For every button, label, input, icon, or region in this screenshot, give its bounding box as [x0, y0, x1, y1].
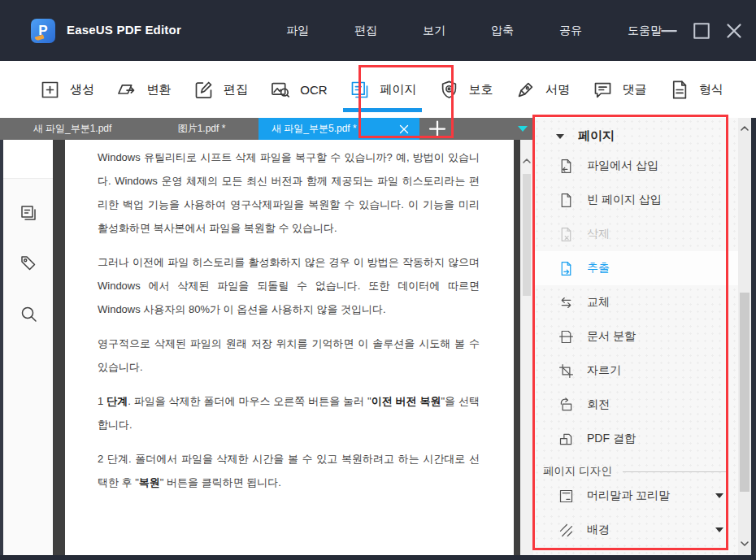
document-scrollbar[interactable]: [520, 140, 533, 555]
document-paragraph: 그러나 이전에 파일 히스토리를 활성화하지 않은 경우 이 방법은 작동하지 …: [98, 250, 480, 321]
bottom-bar: [0, 555, 756, 560]
document-paragraph: 영구적으로 삭제된 파일의 원래 저장 위치를 기억하면 이 솔루션을 시도해 …: [98, 332, 480, 379]
chevron-up-icon[interactable]: [520, 154, 533, 167]
panel-scrollbar[interactable]: [738, 118, 751, 555]
plus-icon[interactable]: [419, 118, 455, 140]
panel-item-header-footer[interactable]: 머리말과 꼬리말: [533, 479, 738, 513]
menubar: 파일 편집 보기 압축 공유 도움말: [286, 0, 662, 61]
panel-item-split[interactable]: 문서 분할: [533, 319, 738, 354]
menu-item-share[interactable]: 공유: [559, 24, 582, 38]
document-scrollbar-thumb[interactable]: [523, 174, 531, 296]
page-design-section-header: 페이지 디자인: [543, 464, 727, 479]
menu-item-file[interactable]: 파일: [286, 24, 309, 38]
toolbar-button-convert[interactable]: 변환: [115, 61, 171, 118]
main-toolbar: 생성 변환 편집 OCR 페이지 보호 서명 댓글 형식: [0, 61, 756, 118]
panel-item-merge-pdf[interactable]: PDF 결합: [533, 422, 738, 456]
panel-title: 페이지: [578, 128, 615, 144]
toolbar-button-sign[interactable]: 서명: [515, 61, 570, 118]
close-icon: [722, 19, 746, 43]
plus-square-icon: [39, 79, 61, 101]
rotate-icon: [558, 397, 575, 414]
insert-blank-page-icon: [558, 192, 575, 209]
tab-image1[interactable]: 图片1.pdf *: [145, 118, 259, 140]
document-paragraph: Windows 유틸리티로 시프트 삭제 파일을 복구할 수 있습니까? 예, …: [98, 145, 480, 240]
panel-item-background[interactable]: 배경: [533, 513, 738, 547]
toolbar-button-create[interactable]: 생성: [39, 61, 94, 118]
page-thumbnails-icon[interactable]: [19, 203, 38, 223]
panel-item-extract[interactable]: 추출: [533, 251, 738, 285]
close-icon[interactable]: [397, 122, 411, 137]
chevron-down-icon[interactable]: [738, 537, 751, 550]
maximize-icon: [689, 19, 714, 43]
panel-header: 페이지: [533, 118, 738, 145]
insert-from-file-icon: [558, 158, 575, 175]
active-tab-underline: [343, 108, 422, 112]
toolbar-button-ocr[interactable]: OCR: [269, 61, 327, 118]
panel-scrollbar-thumb[interactable]: [740, 293, 749, 492]
logo-letter: P: [38, 23, 47, 39]
menu-item-compress[interactable]: 압축: [491, 24, 514, 38]
chevron-up-icon[interactable]: [738, 122, 751, 135]
panel-item-delete[interactable]: 삭제: [533, 217, 738, 251]
document-tabbar: 새 파일_부분1.pdf 图片1.pdf * 새 파일_부분5.pdf *: [0, 118, 533, 140]
panel-item-crop[interactable]: 자르기: [533, 354, 738, 388]
app-window: P EaseUS PDF Editor 파일 편집 보기 압축 공유 도움말 생…: [0, 0, 756, 560]
search-icon[interactable]: [19, 304, 38, 323]
tab-file-part5[interactable]: 새 파일_부분5.pdf *: [259, 118, 419, 140]
minimize-icon: [657, 19, 681, 43]
extract-page-icon: [558, 260, 575, 277]
maximize-button[interactable]: [689, 19, 714, 43]
page-design-label: 페이지 디자인: [543, 464, 612, 479]
collapse-arrow-icon[interactable]: [556, 134, 564, 139]
panel-item-insert-blank-page[interactable]: 빈 페이지 삽입: [533, 183, 738, 217]
crop-icon: [558, 362, 575, 380]
pdf-page: Windows 유틸리티로 시프트 삭제 파일을 복구할 수 있습니까? 예, …: [65, 140, 514, 555]
shield-icon: [438, 79, 460, 101]
signature-pen-icon: [515, 79, 537, 101]
merge-pdf-icon: [558, 431, 575, 448]
section-divider: [623, 471, 727, 472]
tab-list-dropdown-icon[interactable]: [518, 126, 528, 132]
sidebar-top-section: [3, 140, 53, 179]
left-sidebar: [3, 140, 53, 555]
tab-file-part1[interactable]: 새 파일_부분1.pdf: [0, 118, 145, 140]
dropdown-arrow-icon[interactable]: [715, 527, 723, 532]
page-tools-panel: 페이지 파일에서 삽입 빈 페이지 삽입 삭제 추출 교체 문서 분할 자르기 …: [533, 118, 738, 555]
dropdown-arrow-icon[interactable]: [715, 493, 723, 498]
toolbar-button-page[interactable]: 페이지: [349, 61, 416, 118]
format-doc-icon: [668, 79, 690, 101]
tabs: 새 파일_부분1.pdf 图片1.pdf * 새 파일_부분5.pdf *: [0, 118, 419, 140]
document-paragraph: 1 단계. 파일을 삭제한 폴더에 마우스 오른쪽 버튼을 눌러 "이전 버전 …: [98, 389, 480, 436]
ocr-icon: [269, 79, 291, 101]
panel-item-rotate[interactable]: 회전: [533, 388, 738, 422]
document-background: Windows 유틸리티로 시프트 삭제 파일을 복구할 수 있습니까? 예, …: [53, 140, 520, 555]
pages-icon: [349, 79, 371, 101]
window-controls: [657, 0, 746, 61]
background-icon: [558, 522, 575, 539]
toolbar-button-edit[interactable]: 편집: [193, 61, 248, 118]
toolbar-button-protect[interactable]: 보호: [438, 61, 493, 118]
toolbar-button-comment[interactable]: 댓글: [592, 61, 647, 118]
panel-item-insert-from-file[interactable]: 파일에서 삽입: [533, 149, 738, 183]
close-button[interactable]: [722, 19, 746, 43]
convert-icon: [115, 79, 137, 101]
menu-item-view[interactable]: 보기: [423, 24, 445, 38]
easeus-logo-icon: P: [31, 19, 55, 43]
sidebar-icons: [3, 179, 53, 323]
app-title: EaseUS PDF Editor: [67, 23, 181, 37]
titlebar: P EaseUS PDF Editor 파일 편집 보기 압축 공유 도움말: [0, 0, 756, 61]
panel-items: 파일에서 삽입 빈 페이지 삽입 삭제 추출 교체 문서 분할 자르기 회전 P…: [533, 149, 738, 456]
replace-icon: [558, 294, 575, 311]
minimize-button[interactable]: [657, 19, 681, 43]
header-footer-icon: [558, 488, 575, 505]
edit-pencil-icon: [193, 79, 215, 101]
tag-icon[interactable]: [19, 254, 38, 273]
menu-item-edit[interactable]: 편집: [354, 24, 377, 38]
document-paragraph: 2 단계. 폴더에서 파일을 삭제한 시간을 볼 수 있고 복원하려고 하는 시…: [98, 447, 480, 494]
right-edge-strip: [751, 118, 756, 555]
toolbar-button-format[interactable]: 형식: [668, 61, 723, 118]
panel-item-replace[interactable]: 교체: [533, 285, 738, 319]
panel-design-items: 머리말과 꼬리말 배경: [533, 479, 738, 547]
delete-page-icon: [558, 226, 575, 243]
comment-icon: [592, 79, 614, 101]
